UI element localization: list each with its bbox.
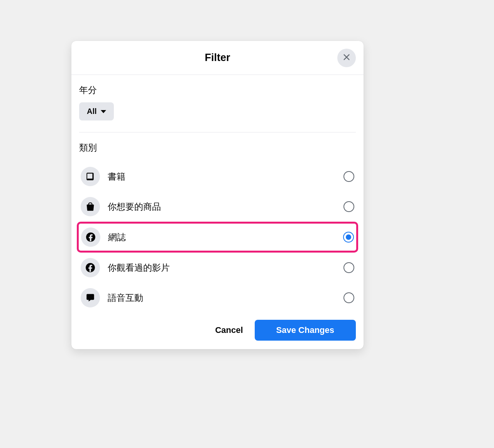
filter-modal: Filter 年分 All 類別: [71, 41, 364, 349]
modal-title: Filter: [205, 52, 230, 64]
book-icon: [81, 167, 100, 186]
category-list: 書籍 你想要的商品: [79, 161, 356, 313]
modal-body: 年分 All 類別 書籍: [71, 75, 364, 313]
category-label: 網誌: [108, 231, 335, 243]
category-section-label: 類別: [79, 142, 356, 154]
category-item-watched-videos[interactable]: 你觀看過的影片: [79, 253, 356, 283]
radio-button[interactable]: [343, 232, 354, 243]
modal-footer: Cancel Save Changes: [71, 313, 364, 349]
year-dropdown[interactable]: All: [79, 102, 114, 120]
close-button[interactable]: [337, 49, 356, 67]
shopping-bag-icon: [81, 197, 100, 216]
radio-button[interactable]: [343, 171, 354, 182]
category-item-voice-interaction[interactable]: 語音互動: [79, 283, 356, 313]
year-dropdown-value: All: [87, 107, 97, 116]
caret-down-icon: [101, 110, 106, 113]
category-item-wanted-products[interactable]: 你想要的商品: [79, 192, 356, 222]
facebook-icon: [81, 227, 100, 247]
section-divider: [79, 132, 356, 132]
speech-bubble-icon: [81, 288, 100, 307]
category-label: 書籍: [108, 171, 336, 183]
close-icon: [342, 53, 351, 63]
category-label: 你觀看過的影片: [108, 262, 336, 274]
radio-button[interactable]: [343, 201, 354, 212]
radio-button[interactable]: [343, 262, 354, 273]
category-label: 語音互動: [108, 292, 336, 304]
facebook-icon: [81, 258, 100, 277]
category-item-notes[interactable]: 網誌: [77, 222, 358, 253]
category-item-books[interactable]: 書籍: [79, 161, 356, 192]
save-changes-button[interactable]: Save Changes: [255, 320, 356, 341]
year-section-label: 年分: [79, 84, 356, 96]
cancel-button[interactable]: Cancel: [208, 321, 250, 340]
category-label: 你想要的商品: [108, 201, 336, 213]
radio-button[interactable]: [343, 292, 354, 303]
modal-header: Filter: [71, 41, 364, 75]
